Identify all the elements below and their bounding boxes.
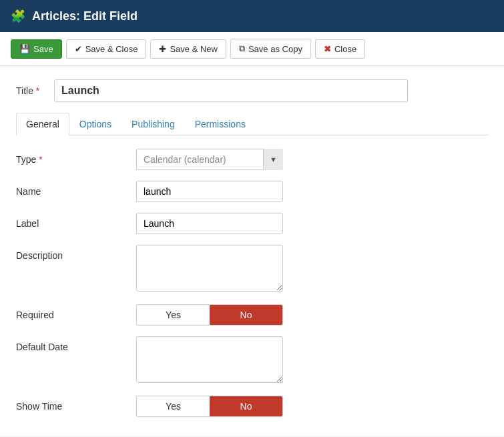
required-label: Required [16,304,136,320]
description-label: Description [16,245,136,261]
app-header: 🧩 Articles: Edit Field [0,0,504,32]
label-row: Label [16,213,488,234]
type-field: Calendar (calendar) ▼ [136,149,488,170]
description-field [136,245,488,294]
save-icon: 💾 [19,44,30,54]
type-row: Type * Calendar (calendar) ▼ [16,149,488,170]
app-icon: 🧩 [11,9,25,23]
tabs: General Options Publishing Permissions [16,113,488,135]
save-button[interactable]: 💾 Save [11,39,62,59]
default-date-row: Default Date [16,336,488,385]
required-no-button[interactable]: No [210,305,282,325]
copy-icon: ⧉ [239,43,245,54]
default-date-label: Default Date [16,336,136,352]
name-label: Name [16,181,136,197]
title-label: Title * [16,85,46,96]
required-field: Yes No [136,304,488,326]
close-button[interactable]: ✖ Close [315,39,365,59]
required-row: Required Yes No [16,304,488,326]
name-row: Name [16,181,488,202]
show-time-no-button[interactable]: No [210,396,282,416]
description-row: Description [16,245,488,294]
title-row: Title * [16,79,488,102]
type-label: Type * [16,149,136,165]
type-select-wrapper: Calendar (calendar) ▼ [136,149,283,170]
save-close-button[interactable]: ✔ Save & Close [66,39,147,59]
save-new-button[interactable]: ✚ Save & New [150,39,226,59]
label-label: Label [16,213,136,229]
page-title: Articles: Edit Field [32,9,138,23]
tab-permissions[interactable]: Permissions [185,113,256,135]
required-toggle: Yes No [136,304,283,326]
label-input[interactable] [136,213,283,234]
show-time-field: Yes No [136,396,488,417]
default-date-textarea[interactable] [136,336,283,383]
close-icon: ✖ [324,44,331,54]
show-time-yes-button[interactable]: Yes [137,396,210,416]
plus-icon: ✚ [159,44,166,54]
tab-publishing[interactable]: Publishing [121,113,185,135]
name-field [136,181,488,202]
check-icon: ✔ [75,44,82,54]
save-copy-button[interactable]: ⧉ Save as Copy [230,39,311,59]
title-input[interactable] [54,79,408,102]
type-select[interactable]: Calendar (calendar) [136,149,283,170]
label-field [136,213,488,234]
required-yes-button[interactable]: Yes [137,305,210,325]
description-textarea[interactable] [136,245,283,292]
tab-options[interactable]: Options [69,113,121,135]
show-time-label: Show Time [16,396,136,412]
tab-general[interactable]: General [16,113,69,135]
main-content: Title * General Options Publishing Permi… [0,66,504,436]
show-time-toggle: Yes No [136,396,283,417]
toolbar: 💾 Save ✔ Save & Close ✚ Save & New ⧉ Sav… [0,32,504,66]
show-time-row: Show Time Yes No [16,396,488,417]
default-date-field [136,336,488,385]
name-input[interactable] [136,181,283,202]
